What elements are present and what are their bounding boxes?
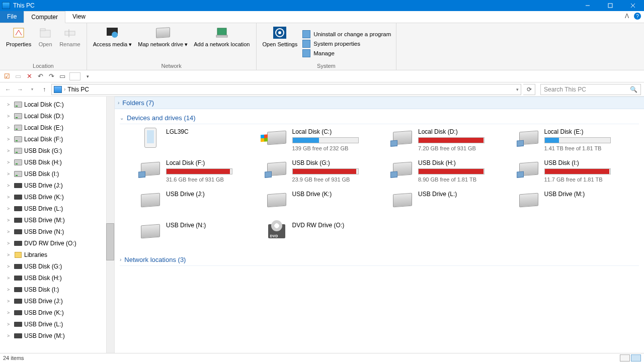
expand-icon[interactable]: > [7,287,12,292]
drive-item[interactable]: USB Drive (K:) [266,190,387,218]
address-bar[interactable]: › This PC ▾ [51,84,521,95]
help-icon[interactable]: ? [634,13,641,20]
access-media-button[interactable]: Access media ▾ [90,24,135,63]
refresh-button[interactable]: ⟳ [523,84,535,95]
expand-icon[interactable]: > [7,264,12,269]
tree-item[interactable]: >USB Drive (M:) [0,214,114,226]
tree-item[interactable]: >USB Disk (I:) [0,168,114,179]
drive-item[interactable]: Local Disk (E:)1.41 TB free of 1.81 TB [518,127,639,155]
open-settings-button[interactable]: Open Settings [260,24,301,63]
content-pane[interactable]: › Folders (7) ⌄ Devices and drives (14) … [115,97,644,353]
tree-item[interactable]: >Local Disk (F:) [0,133,114,145]
expand-icon[interactable]: > [7,125,12,130]
open-button[interactable]: Open [34,24,56,63]
expand-icon[interactable]: > [7,206,12,211]
properties-button[interactable]: Properties [3,24,34,63]
tree-item[interactable]: >USB Drive (L:) [0,318,114,330]
nav-recent-dropdown[interactable]: ▾ [27,84,37,95]
manage-button[interactable]: Manage [302,49,391,57]
chevron-right-icon[interactable]: › [64,86,65,92]
tree-item[interactable]: >USB Drive (M:) [0,330,114,341]
drive-item[interactable]: USB Drive (M:) [518,190,639,218]
expand-icon[interactable]: > [7,333,12,338]
nav-forward-button[interactable]: → [15,84,25,95]
drive-item[interactable]: DVD RW Drive (O:) [266,221,387,249]
ribbon-collapse-icon[interactable]: ᐱ [625,13,629,20]
breadcrumb-root[interactable]: This PC [67,86,89,93]
drive-item[interactable]: USB Disk (H:)8.90 GB free of 1.81 TB [392,158,513,187]
qat-new-icon[interactable]: ▭ [14,72,22,80]
expand-icon[interactable]: > [7,229,12,234]
tree-item[interactable]: >Local Disk (D:) [0,110,114,122]
qat-blank[interactable] [69,72,80,80]
tree-item[interactable]: >DVD RW Drive (O:) [0,237,114,249]
qat-undo-icon[interactable]: ↶ [36,72,44,80]
drive-item[interactable]: USB Disk (I:)11.7 GB free of 1.81 TB [518,158,639,187]
drive-item[interactable]: USB Drive (J:) [140,190,261,218]
nav-back-button[interactable]: ← [3,84,13,95]
tree-item[interactable]: >Libraries [0,249,114,260]
nav-up-button[interactable]: ↑ [39,84,49,95]
tree-item[interactable]: >USB Disk (I:) [0,284,114,295]
expand-icon[interactable]: > [7,195,12,200]
tree-item[interactable]: >Local Disk (E:) [0,122,114,133]
expand-icon[interactable]: > [7,171,12,176]
system-properties-button[interactable]: System properties [302,40,391,48]
tab-computer[interactable]: Computer [24,11,65,23]
tree-item[interactable]: >USB Drive (N:) [0,226,114,237]
search-input[interactable]: Search This PC 🔍 [540,84,641,95]
view-tiles-button[interactable] [631,354,641,361]
expand-icon[interactable]: > [7,276,12,281]
tab-file[interactable]: File [0,11,24,23]
qat-dropdown-icon[interactable]: ▾ [84,72,92,80]
qat-delete-icon[interactable]: ✕ [25,72,33,80]
section-devices[interactable]: ⌄ Devices and drives (14) [120,112,639,124]
expand-icon[interactable]: > [7,241,12,246]
rename-button[interactable]: Rename [56,24,84,63]
expand-icon[interactable]: > [7,114,12,119]
section-folders[interactable]: › Folders (7) [115,97,644,109]
drive-item[interactable]: LGL39C [140,127,261,155]
tree-item[interactable]: >USB Disk (G:) [0,145,114,156]
tree-item[interactable]: >USB Disk (H:) [0,272,114,284]
expand-icon[interactable]: > [7,322,12,327]
expand-icon[interactable]: > [7,218,12,223]
tree-scroll-thumb[interactable] [106,223,114,260]
expand-icon[interactable]: > [7,252,12,257]
drive-item[interactable]: USB Drive (N:) [140,221,261,249]
qat-props-icon[interactable]: ▭ [58,72,66,80]
drive-item[interactable]: Local Disk (C:)139 GB free of 232 GB [266,127,387,155]
expand-icon[interactable]: > [7,299,12,304]
expand-icon[interactable]: > [7,148,12,153]
drive-item[interactable]: USB Disk (G:)23.9 GB free of 931 GB [266,158,387,187]
qat-redo-icon[interactable]: ↷ [47,72,55,80]
close-button[interactable] [621,0,644,11]
drive-item[interactable]: Local Disk (F:)31.6 GB free of 931 GB [140,158,261,187]
tree-item[interactable]: >USB Drive (L:) [0,203,114,214]
maximize-button[interactable] [599,0,621,11]
tree-item[interactable]: >Local Disk (C:) [0,99,114,110]
expand-icon[interactable]: > [7,183,12,188]
expand-icon[interactable]: > [7,137,12,142]
tree-item[interactable]: >USB Drive (J:) [0,179,114,191]
address-dropdown-icon[interactable]: ▾ [516,87,519,92]
tree-item[interactable]: >USB Drive (J:) [0,295,114,307]
tree-item[interactable]: >USB Disk (H:) [0,156,114,168]
qat-check-icon[interactable]: ☑ [3,72,11,80]
section-network[interactable]: › Network locations (3) [120,254,639,266]
map-drive-button[interactable]: Map network drive ▾ [135,24,191,63]
tree-item[interactable]: >USB Drive (K:) [0,307,114,318]
drive-item[interactable]: Local Disk (D:)7.20 GB free of 931 GB [392,127,513,155]
drive-item[interactable]: USB Drive (L:) [392,190,513,218]
minimize-button[interactable] [576,0,599,11]
expand-icon[interactable]: > [7,310,12,315]
expand-icon[interactable]: > [7,102,12,107]
expand-icon[interactable]: > [7,160,12,165]
add-network-location-button[interactable]: Add a network location [191,24,253,63]
tree-item[interactable]: >USB Disk (G:) [0,260,114,272]
view-details-button[interactable] [620,354,630,361]
tree-item[interactable]: >USB Drive (K:) [0,191,114,203]
tab-view[interactable]: View [65,11,93,23]
nav-tree[interactable]: >Local Disk (C:)>Local Disk (D:)>Local D… [0,97,115,353]
uninstall-program-button[interactable]: Uninstall or change a program [302,30,391,38]
